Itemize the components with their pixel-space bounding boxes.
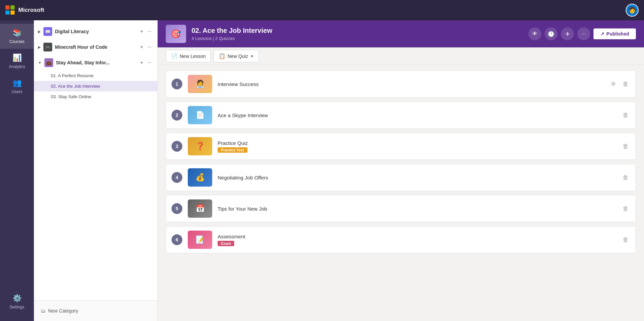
course-icon-stay-ahead: 💼 xyxy=(44,58,53,67)
publish-label: Published xyxy=(606,31,629,37)
quiz-dropdown-arrow: ▼ xyxy=(250,54,254,58)
content-item-1[interactable]: 1 🧑‍💼 Interview Success ✥ 🗑 xyxy=(166,70,636,98)
course-item-minecraft[interactable]: ▶ 🎮 Minecraft Hour of Code + ··· xyxy=(34,39,157,55)
add-stay-ahead-btn[interactable]: + xyxy=(139,59,144,66)
course-item-digital-literacy[interactable]: ▶ 📖 Digital Literacy + ··· xyxy=(34,24,157,39)
course-item-stay-ahead[interactable]: ▼ 💼 Stay Ahead, Stay Infor... + ··· xyxy=(34,55,157,70)
delete-item-6[interactable]: 🗑 xyxy=(621,235,630,245)
brand-label: Microsoft xyxy=(18,7,44,14)
nav-sidebar: 📚 Courses 📊 Analytics 👥 Users ⚙️ Setting… xyxy=(0,20,34,321)
lesson-item-03[interactable]: 03. Stay Safe Online xyxy=(34,91,157,102)
add-course-btn[interactable]: + xyxy=(139,28,144,35)
courses-label: Courses xyxy=(9,39,25,44)
more-course-btn[interactable]: ··· xyxy=(146,28,153,35)
schedule-button[interactable]: 🕐 xyxy=(545,27,558,40)
settings-label: Settings xyxy=(9,305,24,309)
preview-button[interactable]: 👁 xyxy=(528,27,541,40)
content-item-6[interactable]: 6 📝 Assessment Exam 🗑 xyxy=(166,226,636,253)
add-minecraft-btn[interactable]: + xyxy=(139,43,144,51)
more-icon: ··· xyxy=(581,31,586,37)
item-info-4: Negotiating Job Offers xyxy=(218,175,616,180)
drag-handle-1[interactable]: ✥ xyxy=(611,80,616,88)
publish-button[interactable]: ↗ Published xyxy=(593,28,636,39)
course-thumbnail: 🎯 xyxy=(166,25,186,43)
new-lesson-button[interactable]: 📄 New Lesson xyxy=(166,50,211,62)
exam-badge: Exam xyxy=(218,241,234,246)
content-item-4[interactable]: 4 💰 Negotiating Job Offers 🗑 xyxy=(166,164,636,191)
more-stay-ahead-btn[interactable]: ··· xyxy=(146,59,153,66)
course-actions-digital-literacy: + ··· xyxy=(139,28,153,35)
eye-icon: 👁 xyxy=(532,31,538,37)
user-avatar[interactable]: 🧑 xyxy=(626,4,639,17)
microsoft-logo xyxy=(5,5,15,15)
item-thumb-3: ❓ xyxy=(188,137,212,155)
course-title: 02. Ace the Job Interview xyxy=(192,27,523,35)
delete-item-5[interactable]: 🗑 xyxy=(621,204,630,214)
users-label: Users xyxy=(12,89,22,94)
course-name-stay-ahead: Stay Ahead, Stay Infor... xyxy=(56,60,136,65)
delete-item-2[interactable]: 🗑 xyxy=(621,110,630,120)
course-sidebar: ▶ 📖 Digital Literacy + ··· ▶ 🎮 Minecraft… xyxy=(34,20,158,321)
item-number-1: 1 xyxy=(172,79,182,89)
item-title-1: Interview Success xyxy=(218,81,605,87)
new-category-button[interactable]: 🗂 New Category xyxy=(41,306,150,316)
item-info-3: Practice Quiz Practice Test xyxy=(218,140,616,153)
delete-item-3[interactable]: 🗑 xyxy=(621,142,630,151)
item-thumb-1: 🧑‍💼 xyxy=(188,75,212,93)
chevron-right-icon-2: ▶ xyxy=(38,45,41,49)
course-icon-minecraft: 🎮 xyxy=(43,43,52,51)
content-item-2[interactable]: 2 📄 Ace a Skype Interview 🗑 xyxy=(166,102,636,129)
logo-red xyxy=(5,5,9,9)
delete-item-4[interactable]: 🗑 xyxy=(621,173,630,183)
content-toolbar: 📄 New Lesson 📋 New Quiz ▼ xyxy=(158,47,644,65)
course-list: ▶ 📖 Digital Literacy + ··· ▶ 🎮 Minecraft… xyxy=(34,20,157,300)
item-number-3: 3 xyxy=(172,141,182,152)
new-quiz-label: New Quiz xyxy=(227,53,248,59)
new-category-icon: 🗂 xyxy=(41,308,45,314)
more-options-button[interactable]: ··· xyxy=(577,27,590,40)
item-info-5: Tips for Your New Job xyxy=(218,206,616,212)
courses-icon: 📚 xyxy=(13,28,22,37)
item-thumb-6: 📝 xyxy=(188,231,212,249)
item-thumb-2: 📄 xyxy=(188,106,212,124)
item-title-6: Assessment xyxy=(218,234,616,239)
lesson-item-02[interactable]: 02. Ace the Job Interview xyxy=(34,81,157,91)
course-meta: 4 Lessons | 2 Quizzes xyxy=(192,36,523,41)
sidebar-item-users[interactable]: 👥 Users xyxy=(0,74,34,99)
sidebar-item-analytics[interactable]: 📊 Analytics xyxy=(0,49,34,74)
new-lesson-icon: 📄 xyxy=(171,53,178,59)
topbar-left: Microsoft xyxy=(5,5,44,15)
new-quiz-button[interactable]: 📋 New Quiz ▼ xyxy=(214,50,259,62)
topbar-right: 🧑 xyxy=(626,4,639,17)
share-button[interactable]: ✈ xyxy=(561,27,574,40)
course-header-info: 02. Ace the Job Interview 4 Lessons | 2 … xyxy=(192,27,523,41)
course-name-minecraft: Minecraft Hour of Code xyxy=(55,44,136,50)
item-number-2: 2 xyxy=(172,110,182,121)
item-number-4: 4 xyxy=(172,172,182,183)
sidebar-item-courses[interactable]: 📚 Courses xyxy=(0,24,34,49)
item-thumb-4: 💰 xyxy=(188,168,212,187)
chevron-down-icon: ▼ xyxy=(38,61,42,65)
item-info-1: Interview Success xyxy=(218,81,605,87)
item-title-4: Negotiating Job Offers xyxy=(218,175,616,180)
new-lesson-label: New Lesson xyxy=(180,53,206,59)
content-item-3[interactable]: 3 ❓ Practice Quiz Practice Test 🗑 xyxy=(166,133,636,160)
lesson-item-01[interactable]: 01. A Perfect Resume xyxy=(34,70,157,81)
item-info-2: Ace a Skype Interview xyxy=(218,112,616,118)
item-number-6: 6 xyxy=(172,234,182,245)
lesson-02-label: 02. Ace the Job Interview xyxy=(51,84,100,89)
topbar: Microsoft 🧑 xyxy=(0,0,644,20)
course-name-digital-literacy: Digital Literacy xyxy=(55,29,136,34)
course-header-actions: 👁 🕐 ✈ ··· ↗ Published xyxy=(528,27,636,40)
course-thumb-inner: 🎯 xyxy=(166,25,186,43)
new-quiz-icon: 📋 xyxy=(219,53,225,59)
item-title-3: Practice Quiz xyxy=(218,140,616,146)
delete-item-1[interactable]: 🗑 xyxy=(621,79,630,89)
sidebar-item-settings[interactable]: ⚙️ Settings xyxy=(0,289,34,314)
clock-icon: 🕐 xyxy=(548,31,555,37)
logo-blue xyxy=(5,10,9,15)
more-minecraft-btn[interactable]: ··· xyxy=(146,43,153,51)
course-header: 🎯 02. Ace the Job Interview 4 Lessons | … xyxy=(158,20,644,47)
course-actions-stay-ahead: + ··· xyxy=(139,59,153,66)
content-item-5[interactable]: 5 📅 Tips for Your New Job 🗑 xyxy=(166,195,636,222)
